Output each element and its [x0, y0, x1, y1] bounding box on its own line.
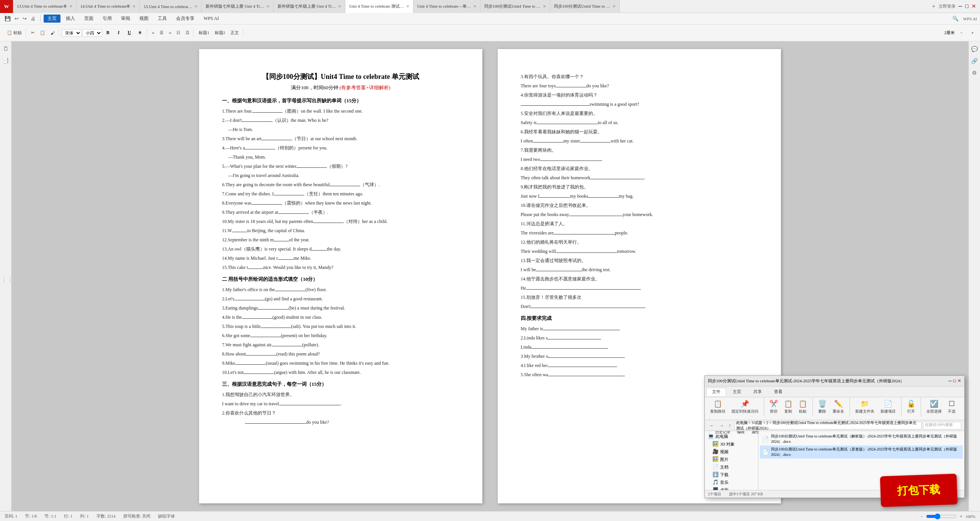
save-icon[interactable]: 💾	[3, 15, 12, 23]
fe-tree-3d[interactable]: 🖼️ 3D 对象	[706, 440, 756, 448]
menu-home[interactable]: 主页	[44, 15, 60, 23]
fe-delete-btn[interactable]: 🗑️ 删除	[816, 399, 829, 415]
menu-wps-ai[interactable]: WPS AI	[200, 15, 223, 22]
fe-up-btn[interactable]: ↑	[727, 422, 733, 429]
fe-path-bar[interactable]: 此电脑 > 3-试题 > 2 > 同步100分测试Unit4 Time to c…	[734, 422, 922, 429]
heading2-button[interactable]: 标题2	[212, 29, 228, 37]
sidebar-settings-icon[interactable]: ⚙	[970, 68, 978, 78]
tab-2[interactable]: 15.Unit 4 Time to celebrat…✕	[140, 0, 202, 13]
fe-tab-share[interactable]: 共享	[748, 388, 768, 396]
fe-new-folder-btn[interactable]: 📁 新建文件夹	[853, 399, 877, 415]
fe-tree-desktop[interactable]: 🖥️ 桌面	[706, 486, 756, 490]
tab-8[interactable]: 同步100分测试Unit4 Time to …✕	[550, 0, 620, 13]
menu-review[interactable]: 审阅	[117, 15, 134, 23]
zoom-out-button[interactable]: －	[957, 29, 966, 37]
paste-button[interactable]: 📋 粘贴	[5, 29, 24, 37]
fe-close[interactable]: ✕	[957, 378, 961, 384]
fe-forward-btn[interactable]: →	[717, 422, 725, 429]
zoom-slider-plus[interactable]: ＋	[959, 513, 963, 519]
fe-tab-view[interactable]: 查看	[768, 388, 788, 396]
fe-open-btn[interactable]: 🔓 打开	[905, 399, 918, 415]
tab-close-1[interactable]: ✕	[132, 4, 136, 8]
fe-file-1[interactable]: 📄 同步100分测试Unit4 Time to celebrate单元测试（解析…	[760, 433, 963, 446]
fe-rename-btn[interactable]: ✏️ 重命名	[830, 399, 846, 415]
tab-close-8[interactable]: ✕	[612, 4, 616, 8]
tab-4[interactable]: 新外研版七年级上册 Unit 4 Ti…✕	[274, 0, 346, 13]
tab-close-0[interactable]: ✕	[69, 4, 72, 8]
fe-new-item-btn[interactable]: 📄 新建项目	[878, 399, 898, 415]
new-tab-button[interactable]: +	[929, 3, 939, 10]
fe-minimize[interactable]: ─	[948, 378, 952, 384]
fe-copy-path-btn[interactable]: 📋 复制路径	[708, 399, 728, 415]
user-area[interactable]: 立即登录	[939, 3, 956, 9]
fe-paste-btn[interactable]: 📋 粘贴	[796, 399, 809, 415]
tab-close-6[interactable]: ✕	[473, 4, 476, 8]
wps-icon[interactable]: W	[0, 0, 13, 13]
tab-close-3[interactable]: ✕	[266, 4, 270, 8]
tab-close-4[interactable]: ✕	[338, 4, 341, 8]
align-center-button[interactable]: ☰	[157, 29, 166, 36]
strikethrough-button[interactable]: S	[135, 28, 145, 38]
sidebar-share-icon[interactable]: 🔗	[970, 56, 979, 66]
numbered-list-button[interactable]: ☲	[183, 29, 192, 36]
italic-button[interactable]: I	[114, 28, 124, 38]
thumbnail-icon[interactable]: 🗒	[2, 44, 10, 54]
sidebar-comments-icon[interactable]: 💬	[970, 44, 979, 54]
fe-search-input[interactable]: 在路径100%搜索	[923, 422, 961, 429]
fe-tree-music[interactable]: 🎵 音乐	[706, 478, 756, 486]
tab-0[interactable]: 13.Unit 4 Time to celebrate⑧✕	[13, 0, 77, 13]
menu-insert[interactable]: 插入	[62, 15, 79, 23]
fe-tab-home[interactable]: 主页	[727, 388, 747, 396]
cut-button[interactable]: ✂	[29, 29, 37, 36]
fe-cut-btn[interactable]: ✂️ 剪切	[767, 399, 780, 415]
bold-button[interactable]: B	[103, 28, 113, 38]
normal-button[interactable]: 正文	[228, 29, 241, 37]
zoom-slider[interactable]	[926, 513, 957, 519]
fe-pin-btn[interactable]: 📌 固定到快速访问	[729, 399, 761, 415]
redo-icon[interactable]: ↪	[21, 15, 28, 23]
restore-button[interactable]: □	[965, 3, 969, 10]
undo-icon[interactable]: ↩	[13, 15, 20, 23]
align-left-button[interactable]: ≡	[150, 29, 157, 36]
search-icon[interactable]: 🔍	[951, 15, 960, 23]
font-name-select[interactable]: 宋体	[62, 29, 82, 37]
fe-tree-downloads[interactable]: ⬇️ 下载	[706, 471, 756, 478]
drag-handle[interactable]: ⋮⋮	[1, 276, 13, 283]
font-size-select[interactable]: 小四	[82, 29, 102, 37]
fe-tree-computer[interactable]: 💻 此电脑	[706, 433, 756, 440]
fe-select-all-btn[interactable]: ☑️ 全部选择	[924, 399, 944, 415]
heading1-button[interactable]: 标题1	[196, 29, 212, 37]
download-badge[interactable]: 打包下载	[880, 474, 958, 507]
tab-3[interactable]: 新外研版七年级上册 Unit 4 Ti…✕	[202, 0, 274, 13]
fe-back-btn[interactable]: ←	[708, 422, 716, 429]
minimize-button[interactable]: ─	[959, 3, 962, 10]
tab-close-5[interactable]: ✕	[406, 4, 409, 8]
print-icon[interactable]: 🖨	[29, 15, 37, 23]
fe-tree-documents[interactable]: 📄 文档	[706, 463, 756, 471]
underline-button[interactable]: U	[124, 28, 134, 38]
fe-restore[interactable]: □	[953, 378, 956, 384]
menu-vip[interactable]: 会员专享	[172, 15, 198, 23]
menu-page[interactable]: 页面	[80, 15, 97, 23]
menu-tools[interactable]: 工具	[154, 15, 171, 23]
fe-tab-file[interactable]: 文件	[706, 388, 726, 396]
tab-6[interactable]: Unit 4 Time to celebrate—单…✕	[413, 0, 480, 13]
align-right-button[interactable]: ≡	[167, 29, 173, 36]
tab-close-2[interactable]: ✕	[194, 4, 198, 8]
tab-1[interactable]: 14.Unit 4 Time to celebrate⑧✕	[77, 0, 140, 13]
menu-references[interactable]: 引用	[99, 15, 116, 23]
fe-deselect-btn[interactable]: ☐ 不选	[946, 399, 958, 415]
tab-close-7[interactable]: ✕	[543, 4, 546, 8]
fe-file-2[interactable]: 📄 同步100分测试Unit4 Time to celebrate单元测试（原卷…	[760, 446, 963, 459]
close-button[interactable]: ✕	[972, 3, 976, 10]
zoom-slider-minus[interactable]: －	[920, 513, 924, 519]
outline-icon[interactable]: 📑	[1, 56, 10, 66]
menu-view[interactable]: 视图	[136, 15, 152, 23]
fe-tree-pictures[interactable]: 🖼️ 图片	[706, 455, 756, 463]
zoom-in-button[interactable]: ＋	[968, 29, 977, 37]
wps-ai-label[interactable]: WPS AI	[963, 16, 977, 21]
copy-button[interactable]: 📋	[38, 29, 47, 36]
tab-5[interactable]: Unit 4 Time to celebrate 测试…✕	[345, 0, 413, 13]
tab-7[interactable]: 同步100分测试Unit4 Time to …✕	[480, 0, 550, 13]
format-paint-button[interactable]: 🖌	[48, 29, 57, 36]
